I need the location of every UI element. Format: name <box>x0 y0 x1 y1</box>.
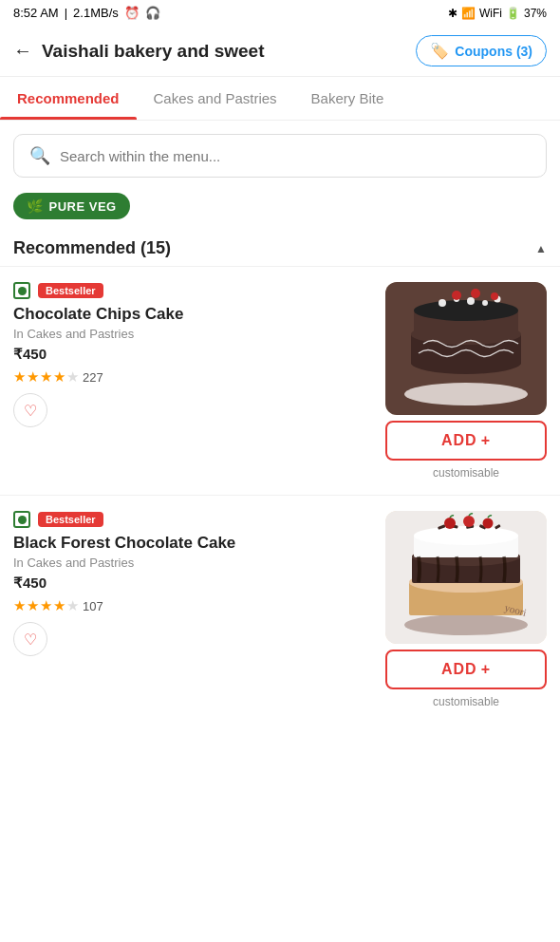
bestseller-badge: Bestseller <box>38 283 103 298</box>
restaurant-title: Vaishali bakery and sweet <box>42 41 264 62</box>
back-button[interactable]: ← <box>13 40 32 62</box>
rating-row: ★ ★ ★ ★ ★ 227 <box>13 368 372 386</box>
svg-point-22 <box>414 526 518 545</box>
star-1: ★ <box>13 597 26 614</box>
battery-percent: 37% <box>524 7 547 20</box>
svg-point-30 <box>483 518 494 529</box>
leaf-icon: 🌿 <box>27 198 44 214</box>
tab-cakes[interactable]: Cakes and Pastries <box>137 77 294 120</box>
item-category: In Cakes and Pastries <box>13 327 372 341</box>
star-5: ★ <box>66 597 79 614</box>
svg-point-10 <box>482 300 488 306</box>
add-button-choc[interactable]: ADD + <box>385 421 547 461</box>
customisable-text-2: customisable <box>433 695 499 708</box>
item-right-bf: yoori ADD + customisable <box>385 511 547 708</box>
status-right: ✱ 📶 WiFi 🔋 37% <box>448 7 547 20</box>
heart-icon-2: ♡ <box>24 631 37 649</box>
status-network: | <box>65 6 67 20</box>
item-image-bf: yoori <box>385 511 547 644</box>
item-right-choc: ADD + customisable <box>385 282 547 480</box>
alarm-icon: ⏰ <box>124 6 140 20</box>
wishlist-button-2[interactable]: ♡ <box>13 622 47 656</box>
veg-indicator <box>13 282 30 299</box>
tab-recommended[interactable]: Recommended <box>0 77 137 120</box>
svg-point-7 <box>439 299 446 307</box>
svg-point-1 <box>404 383 528 405</box>
veg-dot-2 <box>18 516 27 524</box>
veg-dot <box>18 287 27 295</box>
svg-point-16 <box>404 614 528 635</box>
svg-point-12 <box>452 291 461 300</box>
menu-item-2: Bestseller Black Forest Chocolate Cake I… <box>0 495 560 724</box>
star-4: ★ <box>53 597 65 614</box>
item-left-bf: Bestseller Black Forest Chocolate Cake I… <box>13 511 385 656</box>
rating-count-2: 107 <box>83 599 103 613</box>
pure-veg-section: 🌿 PURE VEG <box>0 187 560 229</box>
tab-bakery[interactable]: Bakery Bite <box>294 77 401 120</box>
star-1: ★ <box>13 368 26 386</box>
pure-veg-badge[interactable]: 🌿 PURE VEG <box>13 193 130 219</box>
search-icon: 🔍 <box>29 145 50 166</box>
wifi-icon: WiFi <box>479 7 502 20</box>
item-top-bf: Bestseller <box>13 511 372 528</box>
battery-icon: 🔋 <box>506 7 520 20</box>
item-image-choc <box>385 282 547 415</box>
svg-point-14 <box>491 292 498 300</box>
star-3: ★ <box>40 597 52 614</box>
search-box[interactable]: 🔍 <box>13 134 547 178</box>
svg-point-13 <box>471 289 480 298</box>
header: ← Vaishali bakery and sweet 🏷️ Coupons (… <box>0 26 560 77</box>
bluetooth-icon: ✱ <box>448 7 457 20</box>
star-2: ★ <box>27 368 39 386</box>
stars: ★ ★ ★ ★ ★ <box>13 368 79 386</box>
item-left-choc: Bestseller Chocolate Chips Cake In Cakes… <box>13 282 385 427</box>
item-price-2: ₹450 <box>13 575 372 592</box>
svg-point-28 <box>444 518 456 529</box>
rating-count: 227 <box>83 370 103 385</box>
headphone-icon: 🎧 <box>145 6 160 20</box>
stars-2: ★ ★ ★ ★ ★ <box>13 597 79 614</box>
signal-icon: 📶 <box>461 7 476 20</box>
collapse-icon[interactable]: ▲ <box>535 242 547 255</box>
veg-indicator-2 <box>13 511 30 528</box>
plus-icon-2: + <box>481 661 491 678</box>
add-label: ADD <box>441 432 477 449</box>
wishlist-button[interactable]: ♡ <box>13 393 47 427</box>
heart-icon: ♡ <box>24 402 37 420</box>
customisable-text: customisable <box>433 466 499 480</box>
search-container: 🔍 <box>0 121 560 187</box>
item-name-2: Black Forest Chocolate Cake <box>13 534 372 553</box>
tabs-bar: Recommended Cakes and Pastries Bakery Bi… <box>0 77 560 121</box>
star-2: ★ <box>27 597 39 614</box>
status-bar: 8:52 AM | 2.1MB/s ⏰ 🎧 ✱ 📶 WiFi 🔋 37% <box>0 0 560 26</box>
coupons-label: Coupons (3) <box>455 44 532 59</box>
svg-point-29 <box>463 516 475 527</box>
search-input[interactable] <box>60 148 531 164</box>
item-price: ₹450 <box>13 346 372 363</box>
item-top-choc: Bestseller <box>13 282 372 299</box>
status-speed: 2.1MB/s <box>73 6 119 20</box>
svg-point-9 <box>467 297 475 305</box>
pure-veg-label: PURE VEG <box>49 199 117 214</box>
item-name: Chocolate Chips Cake <box>13 305 372 324</box>
status-time: 8:52 AM <box>13 6 59 20</box>
coupon-icon: 🏷️ <box>430 42 449 60</box>
plus-icon: + <box>481 432 491 449</box>
star-5: ★ <box>66 368 79 386</box>
rating-row-2: ★ ★ ★ ★ ★ 107 <box>13 597 372 614</box>
item-category-2: In Cakes and Pastries <box>13 556 372 570</box>
add-button-bf[interactable]: ADD + <box>385 650 547 689</box>
bestseller-badge-2: Bestseller <box>38 512 103 527</box>
status-left: 8:52 AM | 2.1MB/s ⏰ 🎧 <box>13 6 160 20</box>
menu-item: Bestseller Chocolate Chips Cake In Cakes… <box>0 266 560 495</box>
section-header: Recommended (15) ▲ <box>0 229 560 266</box>
coupons-button[interactable]: 🏷️ Coupons (3) <box>416 35 547 66</box>
header-left: ← Vaishali bakery and sweet <box>13 40 264 62</box>
svg-point-6 <box>414 300 518 321</box>
section-title: Recommended (15) <box>13 238 171 258</box>
star-3: ★ <box>40 368 52 386</box>
add-label-2: ADD <box>441 661 477 678</box>
star-4: ★ <box>53 368 65 386</box>
